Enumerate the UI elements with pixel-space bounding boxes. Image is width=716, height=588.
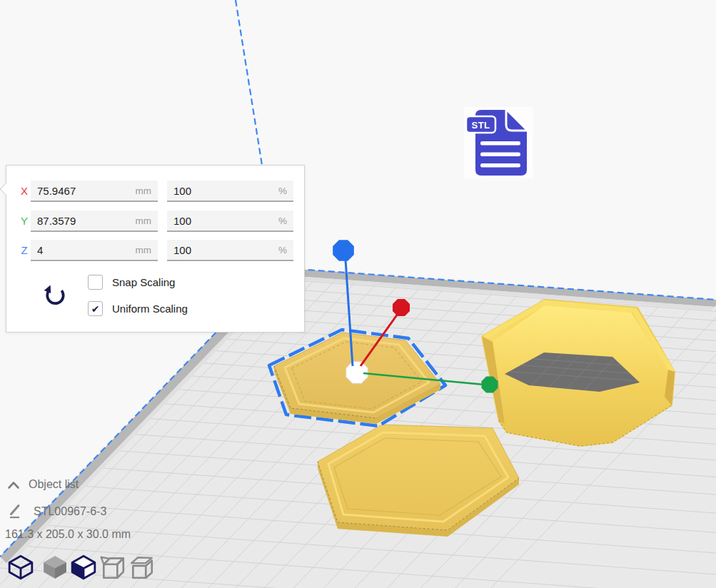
scale-row-z: Z 4 mm 100 % <box>6 240 304 262</box>
stl-badge-label: STL <box>471 120 490 131</box>
snap-scaling-checkbox[interactable] <box>88 275 103 290</box>
scale-x-percent-field[interactable]: 100 % <box>167 181 293 202</box>
scale-y-percent-field[interactable]: 100 % <box>167 211 293 232</box>
snap-scaling-row[interactable]: Snap Scaling <box>88 275 175 290</box>
pencil-icon <box>8 503 24 519</box>
scale-z-mm-value: 4 <box>37 244 43 256</box>
scale-row-y: Y 87.3579 mm 100 % <box>6 211 304 233</box>
scale-y-mm-field[interactable]: 87.3579 mm <box>31 211 158 232</box>
rename-object-button[interactable] <box>8 503 24 522</box>
scale-x-percent-unit: % <box>278 186 287 196</box>
face-cube-icon[interactable] <box>70 554 97 581</box>
stl-file-icon: STL <box>464 107 533 178</box>
scale-tool-panel: X 75.9467 mm 100 % Y 87.3579 mm 100 % Z <box>6 165 305 333</box>
scale-y-mm-unit: mm <box>136 216 152 226</box>
axis-x-label: X <box>19 185 30 197</box>
scale-x-mm-unit: mm <box>136 186 152 196</box>
object-list-header[interactable]: Object list <box>29 478 79 491</box>
uniform-scaling-checkbox[interactable]: ✔ <box>88 301 103 316</box>
uniform-scaling-checkmark: ✔ <box>91 304 100 314</box>
scale-x-mm-field[interactable]: 75.9467 mm <box>31 181 158 202</box>
open-flap-cube-icon[interactable] <box>99 554 126 581</box>
reset-scale-button[interactable] <box>42 284 68 310</box>
solid-cube-icon[interactable] <box>41 554 69 581</box>
object-list-item[interactable]: STL00967-6-3 <box>34 505 106 518</box>
scale-z-mm-unit: mm <box>136 245 152 255</box>
scale-z-mm-field[interactable]: 4 mm <box>31 240 158 261</box>
scale-z-percent-unit: % <box>278 245 287 255</box>
scale-z-percent-field[interactable]: 100 % <box>167 240 293 261</box>
object-list-collapse-button[interactable] <box>6 480 21 493</box>
snap-scaling-label: Snap Scaling <box>112 276 175 288</box>
solid-view-cube-icon[interactable] <box>7 554 34 581</box>
scale-y-percent-unit: % <box>278 216 287 226</box>
lid-ajar-cube-icon[interactable] <box>128 554 156 581</box>
chevron-up-icon <box>6 480 21 490</box>
axis-y-label: Y <box>19 215 30 227</box>
scale-handle-x[interactable] <box>393 299 410 316</box>
scale-y-percent-value: 100 <box>173 215 191 227</box>
mesh-type-toolbar <box>6 554 163 584</box>
slicer-3d-viewport: STL X 75.9467 mm 100 % Y 87.3579 mm 100 … <box>0 0 716 588</box>
selected-model-dimensions: 161.3 x 205.0 x 30.0 mm <box>5 528 131 541</box>
rotate-reset-icon <box>42 284 68 310</box>
scale-y-mm-value: 87.3579 <box>37 215 76 227</box>
scale-z-percent-value: 100 <box>173 244 191 256</box>
scale-x-mm-value: 75.9467 <box>37 185 76 197</box>
scale-row-x: X 75.9467 mm 100 % <box>6 181 304 203</box>
uniform-scaling-label: Uniform Scaling <box>112 303 188 315</box>
scale-handle-z[interactable] <box>333 240 354 261</box>
uniform-scaling-row[interactable]: ✔ Uniform Scaling <box>88 301 188 316</box>
scale-handle-y[interactable] <box>482 377 498 393</box>
scale-x-percent-value: 100 <box>173 185 191 197</box>
axis-z-label: Z <box>19 244 30 256</box>
